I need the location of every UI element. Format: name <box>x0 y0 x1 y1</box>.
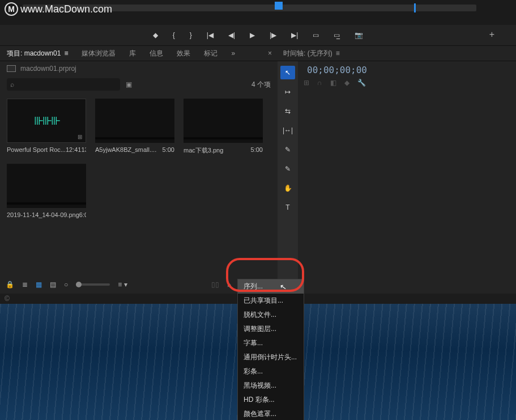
zoom-min-icon: ○ <box>64 281 68 289</box>
clip-item[interactable]: A5yjwAK8BZ_small....5:00 <box>95 99 174 155</box>
play-icon[interactable]: ▶ <box>250 31 255 39</box>
snap-icon[interactable]: ∩ <box>317 79 322 87</box>
clip-item[interactable]: 2019-11-14_14-04-09.png6:00 <box>7 164 86 218</box>
preview-playhead[interactable] <box>275 2 283 10</box>
transport-controls: ◆ { } |◀ ◀| ▶ |▶ ▶| ▭ ▭̲ 📷 + <box>0 25 516 45</box>
type-tool-icon[interactable]: T <box>280 201 295 214</box>
clip-thumbnail <box>184 99 263 143</box>
find-icon[interactable]: ⌕ <box>227 281 231 289</box>
slip-tool-icon[interactable]: ✎ <box>280 143 295 156</box>
menu-item-bars[interactable]: 彩条... <box>238 364 304 379</box>
pen-tool-icon[interactable]: ✎ <box>280 162 295 176</box>
clip-item[interactable]: mac下载3.png5:00 <box>184 99 263 155</box>
search-icon: ⌕ <box>10 80 14 88</box>
project-folder-icon <box>7 65 16 72</box>
clip-duration: 6:00 <box>79 211 86 218</box>
insert-icon[interactable]: ⊞ <box>304 79 309 87</box>
clip-duration: 12:41136 <box>66 146 86 153</box>
preview-end-marker <box>414 3 416 12</box>
zoom-handle[interactable] <box>76 282 82 287</box>
clip-thumbnail <box>95 99 174 143</box>
clip-name: mac下载3.png <box>184 146 223 155</box>
track-select-fwd-icon[interactable]: ↦ <box>280 85 295 99</box>
menu-item-adjustment-layer[interactable]: 调整图层... <box>238 322 304 336</box>
tab-timeline-label: 时间轴: (无序列) <box>283 45 332 61</box>
item-count: 4 个项 <box>251 80 271 90</box>
menu-item-hd-bars[interactable]: HD 彩条... <box>238 393 304 407</box>
icon-view-icon[interactable]: ▦ <box>36 281 42 289</box>
auto-match-icon[interactable]: ▯▯ <box>211 281 219 289</box>
write-lock-icon[interactable]: 🔒 <box>6 281 14 289</box>
linked-sel-icon[interactable]: ◧ <box>330 79 336 87</box>
selection-tool-icon[interactable]: ↖ <box>280 66 295 79</box>
timeline-panel: 00;00;00;00 ⊞ ∩ ◧ ◆ 🔧 <box>298 61 516 294</box>
filter-bin-icon[interactable]: ▣ <box>126 80 134 88</box>
tab-overflow[interactable]: » <box>224 45 242 61</box>
cc-icon: © <box>5 295 10 303</box>
clip-item[interactable]: ⊪⊪⊪⊞ Powerful Sport Roc...12:41136 <box>7 99 86 155</box>
search-input[interactable]: ⌕ <box>7 78 120 91</box>
preview-track[interactable] <box>23 5 476 11</box>
goto-out-icon[interactable]: ▶| <box>291 31 298 39</box>
step-back-icon[interactable]: ◀| <box>228 31 235 39</box>
mark-out-icon[interactable]: } <box>190 31 192 39</box>
step-fwd-icon[interactable]: |▶ <box>270 31 276 39</box>
tab-markers[interactable]: 标记 <box>197 45 224 61</box>
marker-icon[interactable]: ◆ <box>344 79 349 87</box>
tab-library[interactable]: 库 <box>122 45 143 61</box>
menu-item-captions[interactable]: 字幕... <box>238 336 304 350</box>
tab-effects[interactable]: 效果 <box>170 45 197 61</box>
timeline-settings: ⊞ ∩ ◧ ◆ 🔧 <box>304 79 510 87</box>
clip-duration: 5:00 <box>251 146 263 155</box>
preview-timeline-area <box>0 0 516 25</box>
close-panel-icon[interactable]: × <box>268 49 272 57</box>
tab-project[interactable]: 项目: macdown01 ≡ <box>0 45 75 61</box>
clip-name: A5yjwAK8BZ_small.... <box>95 146 156 153</box>
project-thumbnails: ⊪⊪⊪⊞ Powerful Sport Roc...12:41136 A5yjw… <box>0 95 278 222</box>
settings-icon[interactable]: 🔧 <box>357 79 366 87</box>
menu-item-countdown[interactable]: 通用倒计时片头... <box>238 350 304 364</box>
tab-media-browser[interactable]: 媒体浏览器 <box>75 45 122 61</box>
menu-item-color-matte[interactable]: 颜色遮罩... <box>238 407 304 420</box>
main-area: macdown01.prproj ⌕ ▣ 4 个项 ⊪⊪⊪⊞ Powerful … <box>0 61 516 294</box>
panel-menu-icon[interactable]: ≡ <box>64 45 68 61</box>
panel-tabs: 项目: macdown01 ≡ 媒体浏览器 库 信息 效果 标记 » × 时间轴… <box>0 45 516 61</box>
lift-icon[interactable]: ▭ <box>313 31 319 39</box>
mark-in-icon[interactable]: { <box>173 31 175 39</box>
project-header: macdown01.prproj <box>0 61 278 76</box>
clip-thumbnail <box>7 164 86 208</box>
menu-item-shared-project[interactable]: 已共享项目... <box>238 294 304 308</box>
snapshot-icon[interactable]: 📷 <box>355 31 363 39</box>
tab-project-label: 项目: macdown01 <box>7 45 61 61</box>
panel-menu-icon[interactable]: ≡ <box>336 45 340 61</box>
project-filename: macdown01.prproj <box>20 65 76 73</box>
freeform-view-icon[interactable]: ▤ <box>50 281 56 289</box>
clip-name: Powerful Sport Roc... <box>7 146 66 153</box>
button-editor-icon[interactable]: + <box>489 29 494 40</box>
clip-name: 2019-11-14_14-04-09.png <box>7 211 79 218</box>
zoom-slider[interactable] <box>76 283 110 286</box>
menu-item-black-video[interactable]: 黑场视频... <box>238 379 304 393</box>
menu-item-offline-file[interactable]: 脱机文件... <box>238 308 304 322</box>
project-search-row: ⌕ ▣ 4 个项 <box>0 76 278 95</box>
tab-info[interactable]: 信息 <box>143 45 170 61</box>
tool-strip: ↖ ↦ ⇆ |↔| ✎ ✎ ✋ T <box>278 61 298 294</box>
hand-tool-icon[interactable]: ✋ <box>280 181 295 195</box>
project-panel: macdown01.prproj ⌕ ▣ 4 个项 ⊪⊪⊪⊞ Powerful … <box>0 61 278 294</box>
sort-icon[interactable]: ≡ ▾ <box>118 281 127 289</box>
timecode[interactable]: 00;00;00;00 <box>307 65 510 75</box>
list-view-icon[interactable]: ≣ <box>22 281 28 289</box>
clip-duration: 5:00 <box>163 146 174 153</box>
goto-in-icon[interactable]: |◀ <box>207 31 214 39</box>
razor-tool-icon[interactable]: |↔| <box>280 124 295 137</box>
menu-item-sequence[interactable]: 序列... <box>238 279 304 294</box>
ripple-edit-icon[interactable]: ⇆ <box>280 104 295 118</box>
add-marker-icon[interactable]: ◆ <box>153 31 158 39</box>
tab-timeline[interactable]: 时间轴: (无序列) ≡ <box>276 45 347 61</box>
new-item-context-menu: 序列... 已共享项目... 脱机文件... 调整图层... 字幕... 通用倒… <box>237 279 304 420</box>
audio-waveform-icon: ⊪⊪⊪ <box>34 114 59 128</box>
extract-icon[interactable]: ▭̲ <box>334 31 340 39</box>
project-footer: 🔒 ≣ ▦ ▤ ○ ≡ ▾ ▯▯ ⌕ ▮ ◪ 🗑 <box>0 275 278 294</box>
clip-thumbnail: ⊪⊪⊪⊞ <box>7 99 86 143</box>
